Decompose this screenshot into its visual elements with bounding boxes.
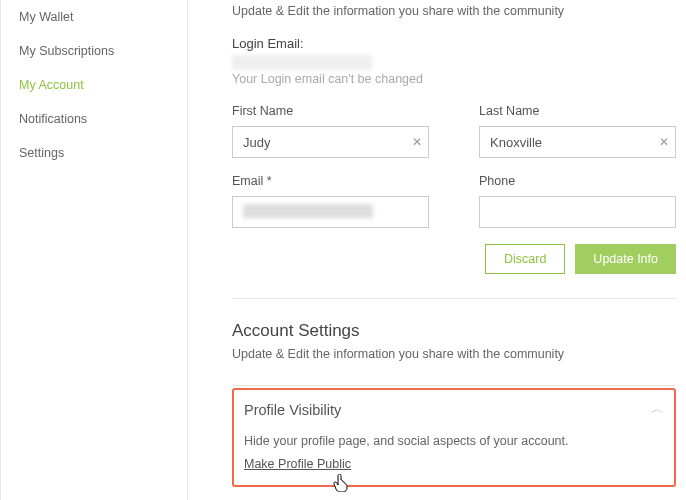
- clear-icon[interactable]: ✕: [412, 136, 422, 148]
- phone-input[interactable]: [479, 196, 676, 228]
- profile-visibility-title: Profile Visibility: [244, 402, 664, 418]
- email-value-redacted: [243, 204, 373, 218]
- sidebar: My Wallet My Subscriptions My Account No…: [0, 0, 188, 500]
- last-name-input[interactable]: Knoxville ✕: [479, 126, 676, 158]
- first-name-input[interactable]: Judy ✕: [232, 126, 429, 158]
- first-name-label: First Name: [232, 104, 429, 118]
- email-label: Email *: [232, 174, 429, 188]
- sidebar-item-notifications[interactable]: Notifications: [1, 102, 187, 136]
- clear-icon[interactable]: ✕: [659, 136, 669, 148]
- first-name-value: Judy: [243, 135, 270, 150]
- last-name-value: Knoxville: [490, 135, 542, 150]
- section-divider: [232, 298, 676, 299]
- login-email-value: [232, 55, 372, 70]
- account-settings-subtitle: Update & Edit the information you share …: [232, 347, 676, 361]
- sidebar-item-wallet[interactable]: My Wallet: [1, 0, 187, 34]
- account-settings-title: Account Settings: [232, 321, 676, 341]
- login-email-hint: Your Login email can't be changed: [232, 72, 676, 86]
- phone-label: Phone: [479, 174, 676, 188]
- sidebar-item-settings[interactable]: Settings: [1, 136, 187, 170]
- discard-button[interactable]: Discard: [485, 244, 565, 274]
- email-input[interactable]: [232, 196, 429, 228]
- main-content: Update & Edit the information you share …: [188, 0, 686, 500]
- sidebar-item-subscriptions[interactable]: My Subscriptions: [1, 34, 187, 68]
- page-subtitle: Update & Edit the information you share …: [232, 4, 676, 18]
- highlight-box: Profile Visibility Hide your profile pag…: [232, 388, 676, 487]
- profile-visibility-desc: Hide your profile page, and social aspec…: [244, 434, 664, 448]
- chevron-up-icon[interactable]: ︿: [651, 400, 664, 418]
- login-email-label: Login Email:: [232, 36, 676, 51]
- update-info-button[interactable]: Update Info: [575, 244, 676, 274]
- profile-visibility-accordion[interactable]: ︿ Profile Visibility Hide your profile p…: [232, 385, 676, 500]
- last-name-label: Last Name: [479, 104, 676, 118]
- sidebar-item-account[interactable]: My Account: [1, 68, 187, 102]
- make-profile-public-link[interactable]: Make Profile Public: [244, 457, 351, 471]
